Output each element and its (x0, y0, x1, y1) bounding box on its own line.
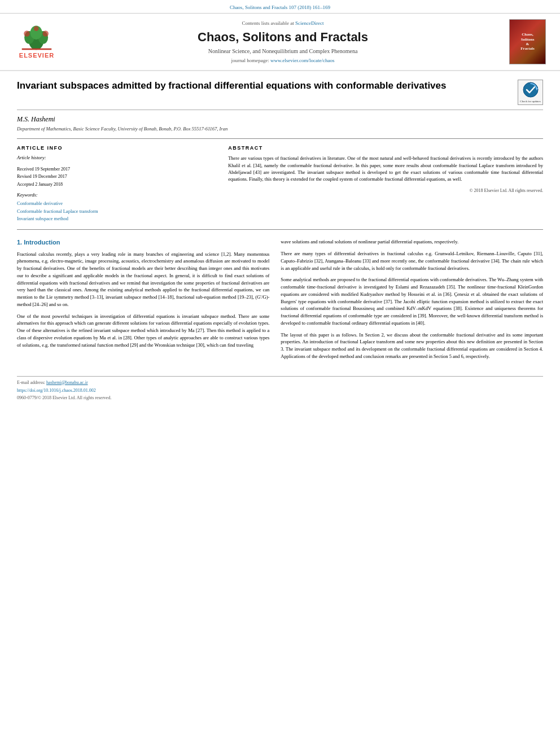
article-title-container: Invariant subspaces admitted by fraction… (17, 80, 509, 92)
intro-para-2: One of the most powerful techniques in i… (17, 313, 269, 349)
article-title: Invariant subspaces admitted by fraction… (17, 80, 509, 92)
left-column: 1. Introduction Fractional calculus rece… (17, 238, 269, 364)
accepted-date: Accepted 2 January 2018 (17, 181, 217, 187)
intro-para-4: There are many types of differential der… (281, 250, 543, 272)
journal-homepage: journal homepage: www.elsevier.com/locat… (62, 57, 504, 64)
elsevier-tree-icon (17, 23, 56, 51)
keyword-1: Conformable derivative (17, 200, 217, 207)
elsevier-brand-text: ELSEVIER (19, 51, 54, 60)
revised-date: Revised 19 December 2017 (17, 173, 217, 180)
email-link[interactable]: hashemi@bonabu.ac.ir (46, 380, 88, 385)
sciencedirect-link[interactable]: ScienceDirect (295, 20, 323, 26)
contents-available-line: Contents lists available at ScienceDirec… (62, 20, 504, 27)
main-content: 1. Introduction Fractional calculus rece… (17, 238, 543, 364)
svg-point-6 (43, 30, 49, 37)
intro-para-5: Some analytical methods are proposed to … (281, 276, 543, 326)
journal-header: ELSEVIER Contents lists available at Sci… (0, 14, 560, 71)
history-label: Article history: (17, 155, 217, 161)
received-date: Received 19 September 2017 (17, 166, 217, 172)
intro-para-6: The layout of this paper is as follows. … (281, 331, 543, 360)
article-info-heading: ARTICLE INFO (17, 145, 217, 152)
article-info-column: ARTICLE INFO Article history: Received 1… (17, 145, 217, 224)
journal-cover-image: Chaos,Solitons&Fractals (509, 19, 546, 64)
affiliation: Department of Mathematics, Basic Science… (17, 126, 543, 133)
top-bar: Chaos, Solitons and Fractals 107 (2018) … (0, 0, 560, 14)
journal-title: Chaos, Solitons and Fractals (62, 29, 504, 46)
footer-doi[interactable]: https://doi.org/10.1016/j.chaos.2018.01.… (17, 387, 543, 394)
svg-point-9 (523, 82, 538, 97)
abstract-column: ABSTRACT There are various types of frac… (228, 145, 543, 224)
section1-title: 1. Introduction (17, 238, 269, 247)
abstract-text: There are various types of fractional de… (228, 155, 543, 182)
footer-section: E-mail address: hashemi@bonabu.ac.ir htt… (17, 376, 543, 401)
copyright-line: © 2018 Elsevier Ltd. All rights reserved… (228, 187, 543, 194)
svg-point-7 (34, 27, 39, 32)
check-updates-box: Check for updates (518, 80, 543, 105)
journal-citation: Chaos, Solitons and Fractals 107 (2018) … (230, 5, 330, 10)
keyword-2: Conformable fractional Laplace transform (17, 208, 217, 215)
footer-issn: 0960-0779/© 2018 Elsevier Ltd. All right… (17, 395, 543, 401)
journal-center-info: Contents lists available at ScienceDirec… (62, 20, 504, 64)
author-name: M.S. Hashemi (17, 115, 543, 124)
intro-para-1: Fractional calculus recently, plays a ve… (17, 251, 269, 308)
journal-thumbnail: Chaos,Solitons&Fractals (509, 19, 549, 64)
footer-email: E-mail address: hashemi@bonabu.ac.ir (17, 379, 543, 386)
check-updates-icon (522, 81, 539, 98)
svg-point-5 (24, 30, 30, 37)
keywords-section: Keywords: Conformable derivative Conform… (17, 192, 217, 223)
abstract-heading: ABSTRACT (228, 145, 543, 152)
journal-url[interactable]: www.elsevier.com/locate/chaos (270, 58, 334, 63)
check-updates-badge: Check for updates (518, 80, 543, 105)
article-body: Invariant subspaces admitted by fraction… (0, 71, 560, 409)
svg-rect-8 (22, 49, 52, 50)
keyword-3: Invariant subspace method (17, 216, 217, 222)
check-updates-label: Check for updates (520, 99, 540, 103)
right-column: wave solutions and rational solutions of… (281, 238, 543, 364)
article-info-abstract-section: ARTICLE INFO Article history: Received 1… (17, 138, 543, 230)
journal-subtitle: Nonlinear Science, and Nonequilibrium an… (62, 47, 504, 55)
article-title-section: Invariant subspaces admitted by fraction… (17, 80, 543, 110)
intro-para-3: wave solutions and rational solutions of… (281, 238, 543, 246)
page: Chaos, Solitons and Fractals 107 (2018) … (0, 0, 560, 747)
keywords-label: Keywords: (17, 192, 217, 199)
elsevier-logo: ELSEVIER (11, 23, 62, 60)
